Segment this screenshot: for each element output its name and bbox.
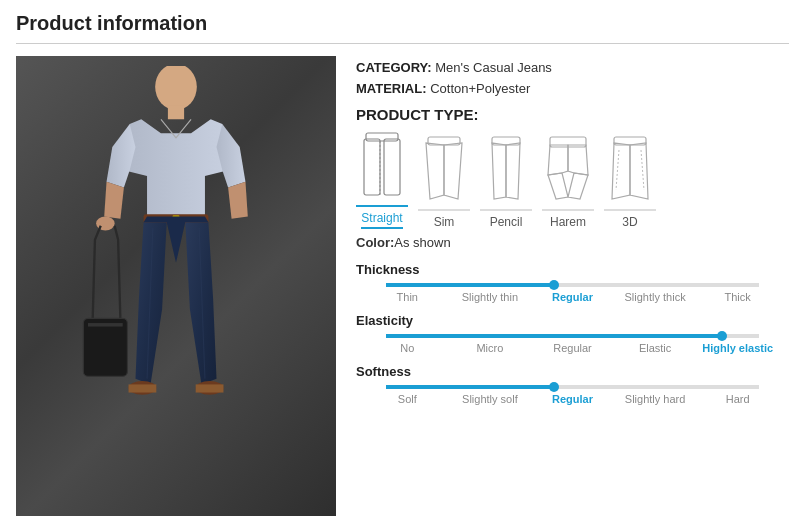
color-row: Color:As shown xyxy=(356,235,789,250)
softness-opt-slightly-hard: Slightly hard xyxy=(614,393,697,405)
svg-rect-5 xyxy=(83,318,127,376)
thickness-opt-slightly-thick: Slightly thick xyxy=(614,291,697,303)
thickness-opt-thick: Thick xyxy=(696,291,779,303)
jeans-type-harem-label: Harem xyxy=(550,211,586,229)
page-container: Product information xyxy=(0,0,805,519)
content-row: CATEGORY: Men's Casual Jeans MATERIAL: C… xyxy=(16,56,789,516)
category-row: CATEGORY: Men's Casual Jeans xyxy=(356,60,789,75)
material-row: MATERIAL: Cotton+Polyester xyxy=(356,81,789,96)
color-label: Color: xyxy=(356,235,394,250)
thickness-title: Thickness xyxy=(356,262,789,277)
elasticity-opt-elastic: Elastic xyxy=(614,342,697,354)
thickness-opt-regular: Regular xyxy=(531,291,614,303)
svg-point-0 xyxy=(155,66,197,110)
category-label: CATEGORY: xyxy=(356,60,432,75)
jeans-type-sim-label: Sim xyxy=(434,211,455,229)
product-image-inner xyxy=(16,56,336,516)
jeans-type-3d[interactable]: 3D xyxy=(604,135,656,229)
person-illustration xyxy=(46,66,306,506)
svg-line-20 xyxy=(641,150,644,190)
material-label: MATERIAL: xyxy=(356,81,427,96)
elasticity-opt-micro: Micro xyxy=(449,342,532,354)
elasticity-title: Elasticity xyxy=(356,313,789,328)
jeans-type-straight[interactable]: Straight xyxy=(356,131,408,229)
jeans-type-sim[interactable]: Sim xyxy=(418,135,470,229)
jeans-type-harem[interactable]: Harem xyxy=(542,135,594,229)
elasticity-section: Elasticity No Micro Regular Elastic High… xyxy=(356,313,789,354)
thickness-section: Thickness Thin Slightly thin Regular Sli… xyxy=(356,262,789,303)
thickness-opt-slightly-thin: Slightly thin xyxy=(449,291,532,303)
elasticity-opt-highly-elastic: Highly elastic xyxy=(696,342,779,354)
jeans-types: Straight Sim xyxy=(356,131,789,229)
svg-rect-12 xyxy=(364,139,380,195)
svg-rect-11 xyxy=(366,133,398,141)
thickness-opt-thin: Thin xyxy=(366,291,449,303)
svg-rect-1 xyxy=(168,105,184,119)
jeans-type-straight-label: Straight xyxy=(361,207,402,229)
softness-section: Softness Solf Slightly solf Regular Slig… xyxy=(356,364,789,405)
jeans-type-3d-label: 3D xyxy=(622,211,637,229)
category-value: Men's Casual Jeans xyxy=(435,60,552,75)
product-image xyxy=(16,56,336,516)
material-value: Cotton+Polyester xyxy=(430,81,530,96)
softness-opt-hard: Hard xyxy=(696,393,779,405)
product-details: CATEGORY: Men's Casual Jeans MATERIAL: C… xyxy=(356,56,789,516)
color-value: As shown xyxy=(394,235,450,250)
svg-rect-13 xyxy=(384,139,400,195)
page-title: Product information xyxy=(16,12,789,44)
softness-title: Softness xyxy=(356,364,789,379)
product-type-label: PRODUCT TYPE: xyxy=(356,106,789,123)
elasticity-opt-no: No xyxy=(366,342,449,354)
svg-line-19 xyxy=(616,150,619,190)
softness-opt-slightly-solf: Slightly solf xyxy=(449,393,532,405)
jeans-type-pencil[interactable]: Pencil xyxy=(480,135,532,229)
softness-opt-solf: Solf xyxy=(366,393,449,405)
elasticity-opt-regular: Regular xyxy=(531,342,614,354)
svg-rect-6 xyxy=(88,323,123,326)
jeans-type-pencil-label: Pencil xyxy=(490,211,523,229)
softness-opt-regular: Regular xyxy=(531,393,614,405)
